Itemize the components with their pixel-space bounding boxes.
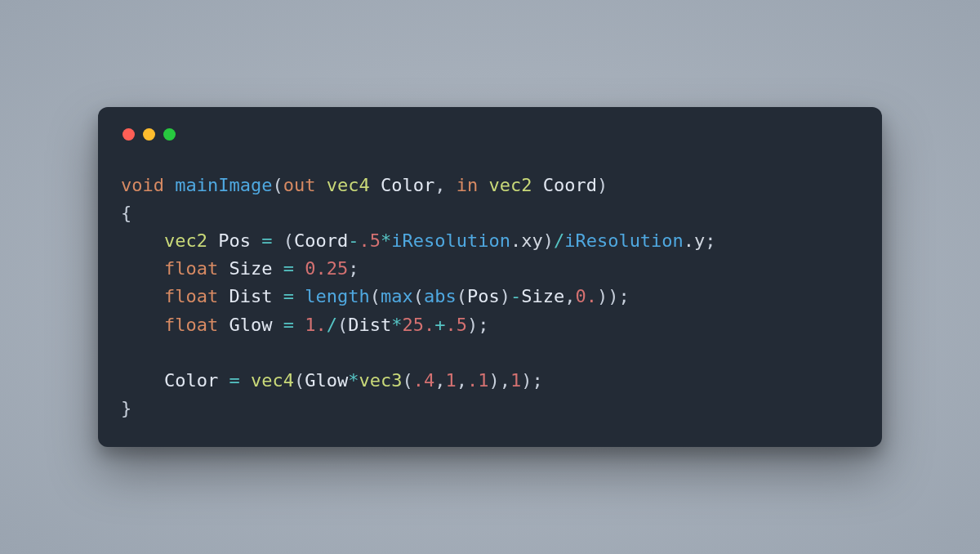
- code-token-num: 1: [445, 370, 456, 391]
- code-token-punc: [218, 258, 229, 279]
- code-token-num: 0.: [575, 286, 597, 306]
- code-token-prop: .y: [684, 230, 706, 251]
- code-token-punc: );: [521, 370, 543, 391]
- code-token-punc: [121, 315, 164, 335]
- code-token-punc: [218, 315, 229, 335]
- code-token-punc: (: [272, 230, 294, 251]
- code-token-op: =: [283, 286, 294, 306]
- code-token-punc: [121, 230, 164, 251]
- code-token-num: 1.: [305, 315, 327, 335]
- code-token-fn: iResolution: [564, 230, 684, 251]
- code-token-type: vec3: [359, 370, 402, 391]
- code-token-punc: (: [294, 370, 305, 391]
- code-token-punc: [294, 315, 305, 335]
- code-token-punc: (: [337, 315, 348, 335]
- code-token-punc: ): [597, 175, 608, 195]
- code-token-punc: [207, 230, 218, 251]
- code-token-id: Color: [381, 175, 434, 195]
- code-token-op: =: [283, 258, 294, 279]
- code-token-punc: [164, 175, 175, 195]
- code-token-punc: [121, 258, 164, 279]
- minimize-icon[interactable]: [143, 128, 155, 141]
- code-token-kw: float: [164, 286, 218, 306]
- code-token-punc: [121, 370, 164, 391]
- code-token-punc: [272, 315, 283, 335]
- code-token-punc: ;: [705, 230, 715, 251]
- code-token-punc: [478, 175, 488, 195]
- code-token-punc: ): [543, 230, 554, 251]
- code-token-id: Glow: [305, 370, 348, 391]
- code-token-punc: (: [370, 286, 381, 306]
- code-token-type: vec4: [327, 175, 370, 195]
- code-token-punc: [121, 286, 164, 306]
- code-token-op: /: [327, 315, 337, 335]
- code-token-num: 0.25: [305, 258, 348, 279]
- code-token-punc: ,: [564, 286, 575, 306]
- code-token-op: =: [283, 315, 294, 335]
- code-token-punc: ;: [348, 258, 359, 279]
- code-token-punc: ),: [488, 370, 510, 391]
- code-token-punc: (: [413, 286, 424, 306]
- code-token-punc: [315, 175, 326, 195]
- code-token-type: vec4: [251, 370, 294, 391]
- code-token-op: *: [381, 230, 391, 251]
- code-token-punc: (: [402, 370, 412, 391]
- code-token-op: *: [348, 370, 359, 391]
- code-token-punc: [272, 258, 283, 279]
- code-token-punc: [272, 286, 283, 306]
- code-token-op: /: [554, 230, 564, 251]
- code-token-punc: ));: [597, 286, 630, 306]
- code-token-type: vec2: [488, 175, 532, 195]
- code-token-punc: (: [272, 175, 283, 195]
- zoom-icon[interactable]: [163, 128, 176, 141]
- code-token-punc: ,: [457, 370, 467, 391]
- code-token-num: 1: [510, 370, 521, 391]
- close-icon[interactable]: [122, 128, 135, 141]
- code-token-id: Size: [521, 286, 564, 306]
- code-token-id: Dist: [348, 315, 391, 335]
- code-token-id: Color: [164, 370, 218, 391]
- code-token-op: -: [510, 286, 521, 306]
- code-token-id: Coord: [543, 175, 597, 195]
- code-token-num: .1: [467, 370, 489, 391]
- code-token-punc: }: [121, 398, 131, 418]
- code-token-fn: mainImage: [175, 175, 272, 195]
- code-token-punc: [251, 230, 261, 251]
- code-token-op: =: [261, 230, 272, 251]
- code-token-id: Pos: [467, 286, 500, 306]
- code-token-op: *: [391, 315, 402, 335]
- code-token-punc: [218, 286, 229, 306]
- code-token-fn: length: [305, 286, 369, 306]
- code-token-id: Size: [229, 258, 272, 279]
- code-token-fn: abs: [424, 286, 457, 306]
- code-token-punc: [218, 370, 229, 391]
- code-token-op: -: [348, 230, 359, 251]
- code-token-fn: max: [381, 286, 413, 306]
- code-token-kw: in: [457, 175, 479, 195]
- code-token-punc: ): [500, 286, 510, 306]
- code-token-num: 25.: [402, 315, 434, 335]
- code-token-kw: float: [164, 258, 218, 279]
- code-token-kw: out: [283, 175, 316, 195]
- code-token-id: Glow: [229, 315, 272, 335]
- code-token-kw: void: [121, 175, 164, 195]
- code-token-op: =: [229, 370, 239, 391]
- code-token-id: Coord: [294, 230, 348, 251]
- code-token-punc: [370, 175, 381, 195]
- code-token-fn: iResolution: [391, 230, 510, 251]
- code-token-punc: [294, 258, 305, 279]
- code-token-punc: ,: [434, 370, 445, 391]
- code-window: void mainImage(out vec4 Color, in vec2 C…: [98, 107, 882, 447]
- code-token-op: +: [434, 315, 445, 335]
- code-token-num: .5: [445, 315, 467, 335]
- code-token-punc: [294, 286, 305, 306]
- code-token-type: vec2: [164, 230, 207, 251]
- code-token-punc: ,: [434, 175, 457, 195]
- code-token-id: Pos: [218, 230, 251, 251]
- code-token-kw: float: [164, 315, 218, 335]
- code-block: void mainImage(out vec4 Color, in vec2 C…: [121, 172, 859, 422]
- window-controls: [122, 128, 859, 141]
- code-token-num: .4: [413, 370, 435, 391]
- code-token-punc: (: [457, 286, 467, 306]
- code-token-prop: .xy: [510, 230, 543, 251]
